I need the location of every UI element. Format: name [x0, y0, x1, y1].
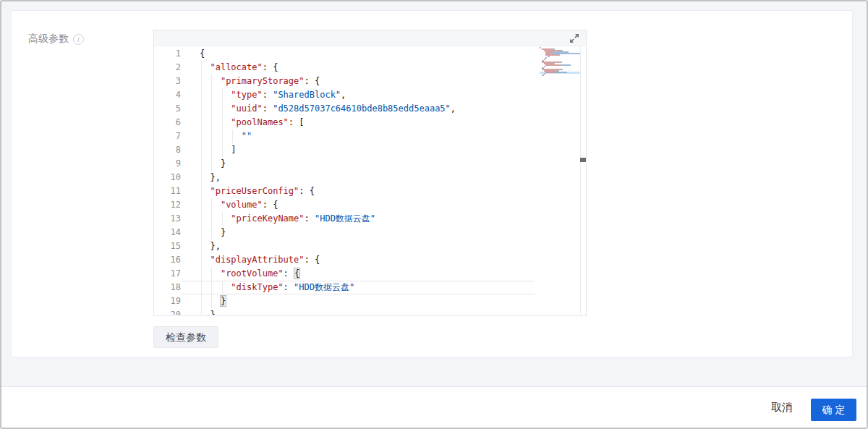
code-line: ""	[200, 129, 535, 143]
token: ]	[231, 145, 236, 155]
indent-guide	[211, 143, 212, 157]
indent-guide	[211, 294, 212, 308]
advanced-parameters-dialog: 高级参数 i 1234567891011121314151617181920 {	[0, 0, 868, 429]
code-line: },	[200, 308, 535, 315]
indent-guide	[201, 171, 202, 184]
indent-guide	[201, 61, 202, 75]
code-line: ]	[200, 143, 535, 157]
indent-guide	[211, 226, 212, 239]
indent-guide	[201, 102, 202, 116]
indent-guide	[201, 294, 202, 308]
indent-guide	[222, 116, 223, 129]
indent-guide	[201, 88, 202, 102]
indent-guide	[222, 129, 223, 143]
code-line: "type": "SharedBlock",	[200, 88, 535, 102]
indent-guide	[222, 102, 223, 116]
token: "displayAttribute"	[210, 255, 304, 265]
token: "SharedBlock"	[273, 90, 341, 100]
overview-ruler-scrollbar[interactable]	[580, 46, 586, 315]
token: "uuid"	[231, 103, 262, 114]
code-line: "priceKeyName": "HDD数据云盘"	[200, 212, 535, 226]
json-code-editor[interactable]: 1234567891011121314151617181920 { "alloc…	[153, 30, 587, 316]
line-number: 8	[154, 143, 200, 157]
line-number: 17	[154, 267, 200, 281]
indent-guide	[201, 212, 202, 226]
indent-guide	[222, 143, 223, 157]
indent-guide	[211, 267, 212, 281]
code-line: {	[200, 47, 535, 61]
line-number: 10	[154, 171, 200, 184]
line-number: 5	[154, 102, 200, 116]
token: : {	[305, 255, 320, 265]
token: "d528d57037c64610bde8b85edd5eaaa5"	[273, 103, 451, 114]
indent-guide	[211, 212, 212, 226]
info-icon[interactable]: i	[73, 34, 84, 45]
code-line: "primaryStorage": {	[200, 75, 535, 88]
editor-body[interactable]: 1234567891011121314151617181920 { "alloc…	[154, 46, 586, 315]
indent-guide	[211, 281, 212, 294]
indent-guide	[201, 129, 202, 143]
token: : [	[289, 117, 305, 127]
code-line: "uuid": "d528d57037c64610bde8b85edd5eaaa…	[200, 102, 535, 116]
indent-guide	[201, 253, 202, 267]
scrollbar-cursor-mark	[580, 158, 586, 162]
indent-guide	[201, 143, 202, 157]
token: ,	[451, 103, 456, 114]
token: "HDD数据云盘"	[294, 282, 354, 292]
indent-guide	[201, 267, 202, 281]
confirm-button[interactable]: 确 定	[811, 399, 856, 421]
token: :	[284, 282, 294, 292]
token: :	[263, 90, 273, 100]
line-number-gutter: 1234567891011121314151617181920	[154, 47, 200, 315]
indent-guide	[201, 198, 202, 212]
indent-guide	[222, 88, 223, 102]
indent-guide	[201, 281, 202, 294]
check-parameters-button[interactable]: 检查参数	[153, 326, 218, 348]
minimap[interactable]	[540, 47, 580, 76]
indent-guide	[201, 116, 202, 129]
code-line: "poolNames": [	[200, 116, 535, 129]
indent-guide	[201, 184, 202, 198]
indent-guide	[211, 198, 212, 212]
line-number: 7	[154, 129, 200, 143]
code-line: }	[200, 294, 535, 308]
indent-guide	[211, 102, 212, 116]
indent-guide	[211, 129, 212, 143]
line-number: 19	[154, 294, 200, 308]
token: "HDD数据云盘"	[315, 213, 375, 224]
line-number: 3	[154, 75, 200, 88]
token: "poolNames"	[231, 117, 288, 127]
code-line: "allocate": {	[200, 61, 535, 75]
editor-toolbar	[154, 30, 586, 46]
token: : {	[263, 200, 278, 210]
token: : {	[305, 76, 320, 86]
line-number: 13	[154, 212, 200, 226]
code-line: "priceUserConfig": {	[200, 184, 535, 198]
token: }	[221, 158, 226, 169]
token: "primaryStorage"	[221, 76, 305, 86]
line-number: 1	[154, 47, 200, 61]
token: "priceUserConfig"	[210, 186, 299, 196]
code-line: "rootVolume": {	[200, 267, 535, 281]
token: ,	[341, 90, 346, 100]
line-number: 18	[154, 281, 200, 294]
indent-guide	[211, 75, 212, 88]
code-line: }	[200, 226, 535, 239]
line-number: 16	[154, 253, 200, 267]
token: }	[221, 227, 226, 237]
expand-icon[interactable]	[569, 33, 579, 43]
line-number: 9	[154, 157, 200, 171]
matched-bracket: }	[221, 296, 226, 306]
code-line: }	[200, 157, 535, 171]
line-number: 20	[154, 308, 200, 315]
code-line: },	[200, 239, 535, 253]
indent-guide	[201, 239, 202, 253]
line-number: 6	[154, 116, 200, 129]
code-line: },	[200, 171, 535, 184]
cancel-button[interactable]: 取消	[771, 401, 793, 415]
token: :	[263, 103, 273, 114]
code-lines: { "allocate": { "primaryStorage": { "typ…	[200, 47, 535, 315]
token: "allocate"	[210, 62, 262, 72]
token: :	[305, 213, 315, 224]
line-number: 14	[154, 226, 200, 239]
